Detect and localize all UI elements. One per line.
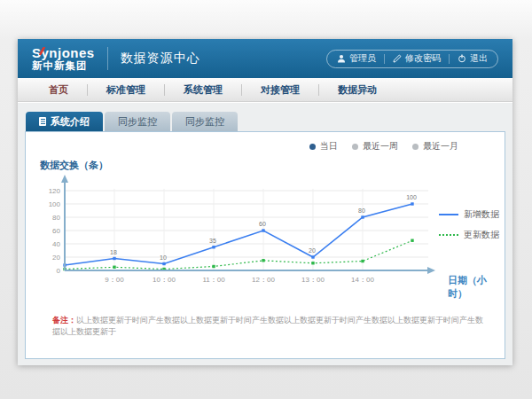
radio-label: 最近一周 [363, 140, 398, 153]
nav-item-1[interactable]: 标准管理 [88, 83, 164, 97]
svg-text:60: 60 [259, 221, 266, 227]
svg-text:10：00: 10：00 [153, 276, 176, 284]
user-action-power[interactable]: 退出 [458, 52, 488, 65]
user-action-label: 退出 [470, 52, 488, 65]
tab-bar: 系统介绍同步监控同步监控 [26, 112, 238, 131]
x-axis-title: 日期（小时） [448, 274, 505, 301]
svg-text:12：00: 12：00 [252, 276, 275, 284]
legend-line-icon [439, 214, 458, 215]
main-nav: 首页标准管理系统管理对接管理数据异动 [18, 78, 512, 102]
svg-text:100: 100 [49, 200, 61, 208]
user-action-label: 管理员 [349, 52, 376, 65]
tab-label: 系统介绍 [51, 112, 90, 131]
nav-item-2[interactable]: 系统管理 [165, 83, 241, 97]
legend-label: 更新数据 [464, 229, 499, 241]
svg-text:80: 80 [358, 207, 365, 214]
company-logo: Synjones 新中新集团 [18, 46, 95, 71]
svg-text:0: 0 [57, 267, 61, 275]
radio-dot-icon [412, 144, 419, 150]
legend-label: 新增数据 [464, 208, 499, 221]
tab-1[interactable]: 同步监控 [105, 112, 170, 131]
page-title: 数据资源中心 [121, 51, 200, 66]
svg-text:80: 80 [52, 214, 60, 222]
radio-label: 当日 [320, 140, 338, 153]
app-header: Synjones 新中新集团 数据资源中心 管理员修改密码退出 [18, 39, 512, 78]
company-name: 新中新集团 [32, 60, 95, 71]
radio-option-0[interactable]: 当日 [309, 140, 338, 153]
radio-label: 最近一月 [423, 140, 458, 153]
user-action-label: 修改密码 [405, 52, 441, 65]
time-range-filter: 当日最近一周最近一月 [309, 140, 458, 153]
document-icon [39, 117, 46, 126]
radio-option-2[interactable]: 最近一月 [412, 140, 458, 153]
svg-text:120: 120 [49, 187, 61, 195]
nav-item-3[interactable]: 对接管理 [242, 83, 318, 97]
svg-text:14：00: 14：00 [351, 276, 374, 284]
tab-label: 同步监控 [118, 112, 157, 131]
user-icon [337, 54, 346, 63]
app-window: Synjones 新中新集团 数据资源中心 管理员修改密码退出 首页标准管理系统… [18, 39, 512, 365]
content-area: 系统介绍同步监控同步监控 当日最近一周最近一月 数据交换（条） 18103560… [18, 103, 512, 365]
radio-option-1[interactable]: 最近一周 [352, 140, 398, 153]
tab-0[interactable]: 系统介绍 [26, 112, 103, 131]
svg-text:20: 20 [309, 247, 316, 254]
legend-line-icon [439, 234, 458, 236]
svg-text:10: 10 [160, 254, 167, 261]
power-icon [458, 54, 466, 63]
line-chart: 1810356020801000204060801001209：0010：001… [38, 171, 442, 293]
svg-text:40: 40 [52, 240, 60, 248]
user-action-user[interactable]: 管理员 [337, 52, 376, 65]
footnote-label: 备注 [52, 316, 68, 325]
tab-label: 同步监控 [185, 112, 224, 131]
footnote: 备注：以上数据更新于时间产生数据以上数据更新于时间产生数据以上数据更新于时间产生… [52, 315, 489, 337]
nav-item-4[interactable]: 数据异动 [319, 83, 395, 97]
radio-dot-icon [352, 144, 358, 150]
chart-panel: 当日最近一周最近一月 数据交换（条） 181035602080100020406… [25, 131, 505, 359]
svg-text:100: 100 [406, 194, 417, 200]
svg-text:9：00: 9：00 [105, 276, 124, 284]
tab-2[interactable]: 同步监控 [172, 112, 238, 131]
svg-text:11：00: 11：00 [202, 276, 225, 284]
legend-item-0: 新增数据 [439, 208, 499, 221]
svg-text:18: 18 [110, 249, 117, 255]
chart-legend: 新增数据更新数据 [439, 208, 499, 249]
toolbar-divider [384, 54, 385, 64]
legend-item-1: 更新数据 [439, 229, 499, 241]
y-axis-title: 数据交换（条） [40, 159, 108, 172]
header-divider [107, 47, 108, 70]
toolbar-divider [449, 54, 450, 64]
svg-text:60: 60 [52, 227, 60, 235]
svg-text:13：00: 13：00 [301, 276, 325, 284]
nav-item-0[interactable]: 首页 [30, 83, 87, 97]
svg-text:35: 35 [209, 238, 216, 244]
footnote-text: 以上数据更新于时间产生数据以上数据更新于时间产生数据以上数据更新于时间产生数据以… [52, 316, 483, 336]
radio-dot-icon [309, 144, 316, 150]
svg-text:20: 20 [52, 254, 60, 262]
user-toolbar: 管理员修改密码退出 [326, 50, 498, 68]
edit-icon [393, 54, 402, 63]
user-action-edit[interactable]: 修改密码 [393, 52, 441, 65]
